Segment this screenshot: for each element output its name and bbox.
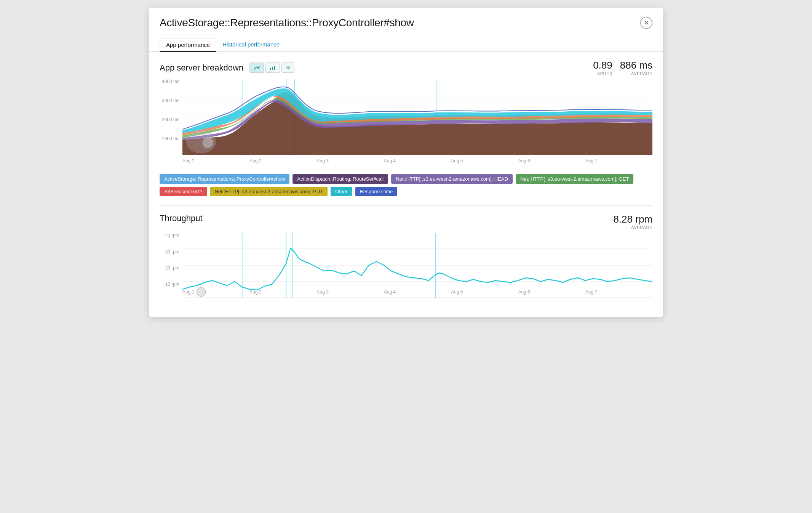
average-label: AVERAGE bbox=[620, 71, 652, 76]
apdex-value: 0.89 bbox=[593, 59, 612, 71]
chart-btn-line[interactable] bbox=[249, 63, 264, 73]
main-modal: ActiveStorage::Representations::ProxyCon… bbox=[149, 8, 663, 317]
average-stat: 886 ms AVERAGE bbox=[620, 59, 652, 76]
throughput-value: 8.28 rpm bbox=[613, 213, 652, 225]
legend-other[interactable]: Other bbox=[331, 187, 352, 196]
perf-y-axis: 4000 ms 3000 ms 2000 ms 1000 ms bbox=[160, 79, 182, 155]
perf-svg bbox=[182, 79, 652, 155]
throughput-chart: 40 rpm 30 rpm 20 rpm 10 rpm bbox=[160, 233, 652, 309]
svg-rect-2 bbox=[274, 66, 275, 70]
perf-x-labels: Aug 1 Aug 2 Aug 3 Aug 4 Aug 5 Aug 6 Aug … bbox=[182, 158, 652, 164]
x-label-aug3: Aug 3 bbox=[317, 158, 329, 164]
chart-btn-percent[interactable]: % bbox=[281, 63, 294, 73]
tp-x-aug6: Aug 6 bbox=[518, 289, 530, 295]
throughput-title: Throughput bbox=[160, 213, 203, 223]
tp-y-10: 10 rpm bbox=[165, 282, 179, 287]
tabs-bar: App performance Historical performance bbox=[149, 32, 663, 52]
content-area: App server breakdown % bbox=[149, 52, 663, 317]
legend-net-http-get[interactable]: Net::HTTP[ .s3.eu-west-2.amazonaws.com]:… bbox=[516, 174, 633, 184]
svg-point-12 bbox=[203, 137, 213, 148]
tab-historical-performance[interactable]: Historical performance bbox=[216, 38, 286, 52]
legend-net-http-head[interactable]: Net::HTTP[ .s3.eu-west-2.amazonaws.com]:… bbox=[391, 174, 513, 184]
y-label-4000: 4000 ms bbox=[162, 79, 179, 84]
throughput-x-axis: Aug 1 Aug 2 Aug 3 Aug 4 Aug 5 Aug 6 Aug … bbox=[182, 286, 652, 298]
throughput-x-labels: Aug 1 Aug 2 Aug 3 Aug 4 Aug 5 Aug 6 Aug … bbox=[182, 289, 652, 295]
modal-title: ActiveStorage::Representations::ProxyCon… bbox=[160, 17, 414, 29]
apdex-stat: 0.89 APDEX bbox=[593, 59, 612, 76]
x-label-aug5: Aug 5 bbox=[451, 158, 463, 164]
x-label-aug4: Aug 4 bbox=[384, 158, 396, 164]
section-divider bbox=[160, 205, 652, 206]
tp-x-aug4: Aug 4 bbox=[384, 289, 396, 295]
apdex-label: APDEX bbox=[593, 71, 612, 76]
tp-x-aug5: Aug 5 bbox=[451, 289, 463, 295]
app-server-breakdown-header: App server breakdown % bbox=[160, 59, 652, 76]
breakdown-title-area: App server breakdown % bbox=[160, 63, 294, 73]
tp-y-20: 20 rpm bbox=[165, 265, 179, 271]
tp-x-aug1: Aug 1 bbox=[182, 289, 194, 295]
y-label-1000: 1000 ms bbox=[162, 136, 179, 141]
tp-x-aug7: Aug 7 bbox=[585, 289, 597, 295]
y-label-2000: 2000 ms bbox=[162, 117, 179, 122]
tp-y-40: 40 rpm bbox=[165, 233, 179, 238]
tp-x-aug2: Aug 2 bbox=[249, 289, 261, 295]
modal-header: ActiveStorage::Representations::ProxyCon… bbox=[149, 8, 663, 29]
throughput-label: AVERAGE bbox=[613, 225, 652, 230]
performance-chart: 4000 ms 3000 ms 2000 ms 1000 ms bbox=[160, 79, 652, 167]
close-button[interactable]: ✕ bbox=[640, 17, 652, 29]
throughput-stat: 8.28 rpm AVERAGE bbox=[613, 213, 652, 230]
legend-net-http-put[interactable]: Net::HTTP[ .s3.eu-west-2.amazonaws.com]:… bbox=[210, 187, 328, 196]
legend-response-time[interactable]: Response time bbox=[355, 187, 398, 196]
legend-s3service[interactable]: S3Service#exist? bbox=[160, 187, 207, 196]
legend-action-dispatch[interactable]: ActionDispatch::Routing::RouteSet#call bbox=[293, 174, 388, 184]
legend-proxy-controller[interactable]: ActiveStorage::Representations::ProxyCon… bbox=[160, 174, 289, 184]
y-label-3000: 3000 ms bbox=[162, 98, 179, 103]
x-label-aug2: Aug 2 bbox=[249, 158, 261, 164]
x-label-aug6: Aug 6 bbox=[518, 158, 530, 164]
average-value: 886 ms bbox=[620, 59, 652, 71]
svg-rect-1 bbox=[272, 67, 273, 70]
throughput-chart-area: Aug 1 Aug 2 Aug 3 Aug 4 Aug 5 Aug 6 Aug … bbox=[182, 233, 652, 298]
throughput-y-axis: 40 rpm 30 rpm 20 rpm 10 rpm bbox=[160, 233, 182, 298]
legend-area: ActiveStorage::Representations::ProxyCon… bbox=[160, 167, 652, 202]
perf-chart-area bbox=[182, 79, 652, 155]
perf-x-axis: Aug 1 Aug 2 Aug 3 Aug 4 Aug 5 Aug 6 Aug … bbox=[182, 155, 652, 167]
breakdown-stats: 0.89 APDEX 886 ms AVERAGE bbox=[593, 59, 652, 76]
tab-app-performance[interactable]: App performance bbox=[160, 38, 216, 52]
x-label-aug7: Aug 7 bbox=[585, 158, 597, 164]
svg-rect-0 bbox=[270, 68, 271, 70]
x-label-aug1: Aug 1 bbox=[182, 158, 194, 164]
throughput-header: Throughput 8.28 rpm AVERAGE bbox=[160, 213, 652, 230]
tp-y-30: 30 rpm bbox=[165, 249, 179, 255]
chart-btn-bar[interactable] bbox=[265, 63, 280, 73]
tp-x-aug3: Aug 3 bbox=[317, 289, 329, 295]
breakdown-title: App server breakdown bbox=[160, 63, 243, 73]
chart-controls: % bbox=[249, 63, 294, 73]
